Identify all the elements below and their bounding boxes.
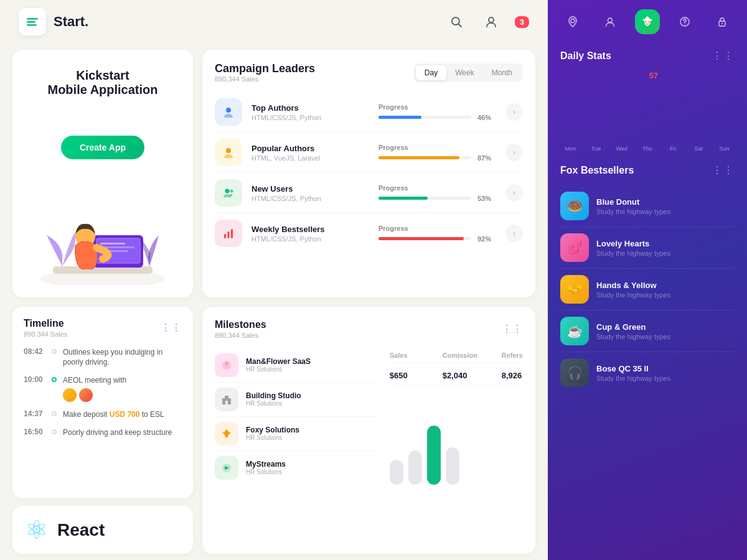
bestseller-item[interactable]: 🤝 Hands & Yellow Study the highway types [560, 269, 735, 310]
bar-item: Mon [560, 142, 581, 152]
timeline-card: Timeline 890,344 Sales ⋮⋮ 08:42 Outlines… [12, 307, 193, 499]
milestones-menu[interactable]: ⋮⋮ [502, 323, 523, 335]
bestseller-item[interactable]: 🎧 Bose QC 35 II Study the highway types [560, 352, 735, 393]
milestone-item: Man&Flower SaaS HR Solutions [215, 348, 377, 383]
header-left: Start. [19, 8, 88, 35]
milestones-subtitle: 890,344 Sales [215, 332, 266, 339]
campaign-row: Top Authors HTML/CSS/JS, Python Progress… [215, 92, 523, 133]
tab-week[interactable]: Week [446, 65, 482, 80]
react-card: ⚛ React [12, 506, 193, 554]
svg-point-18 [230, 190, 233, 193]
top-authors-chevron[interactable]: › [505, 103, 523, 121]
svg-point-32 [684, 24, 685, 25]
svg-point-34 [721, 23, 723, 24]
tab-day[interactable]: Day [416, 65, 446, 80]
campaign-subtitle: 890,344 Sales [215, 75, 315, 83]
sidebar-help-icon[interactable] [672, 9, 697, 34]
campaign-header: Campaign Leaders 890,344 Sales Day Week … [215, 62, 523, 83]
bestsellers-header: Fox Bestsellers ⋮⋮ [560, 164, 735, 176]
react-icon: ⚛ [25, 515, 49, 545]
svg-rect-11 [100, 243, 125, 245]
bestseller-info: Lovely Hearts Study the highway types [596, 239, 735, 257]
bestseller-thumb: 🍩 [560, 192, 589, 220]
chart-peak: 57 [560, 71, 735, 80]
svg-point-5 [489, 17, 494, 22]
bar-chart: 57 Mon Tue Wed [560, 71, 735, 152]
svg-point-29 [645, 21, 647, 23]
bar-item: Sun [714, 142, 735, 152]
tab-month[interactable]: Month [483, 65, 521, 80]
timeline-item: 08:42 Outlines keep you indulging in poo… [24, 347, 182, 368]
stat-refers: 8,926 [502, 371, 522, 380]
milestone-item: Foxy Solutions HR Solutions [215, 417, 377, 451]
chart-bar [427, 426, 441, 485]
bestseller-thumb: ☕ [560, 317, 589, 345]
kickstart-illustration [34, 198, 171, 285]
timeline-subtitle: 890,344 Sales [24, 330, 67, 338]
stat-sales: $650 [390, 371, 427, 380]
bestseller-item[interactable]: ☕ Cup & Green Study the highway types [560, 310, 735, 352]
bestseller-item[interactable]: 💕 Lovely Hearts Study the highway types [560, 227, 735, 269]
profile-icon[interactable] [480, 11, 502, 33]
svg-rect-25 [225, 401, 228, 404]
svg-point-15 [226, 108, 231, 113]
bestsellers-section: Fox Bestsellers ⋮⋮ 🍩 Blue Donut Study th… [560, 164, 735, 393]
new-users-progress: Progress 53% [378, 184, 496, 202]
bestseller-thumb: 🤝 [560, 275, 589, 304]
popular-authors-chevron[interactable]: › [505, 144, 523, 161]
tab-group: Day Week Month [414, 63, 523, 82]
new-users-chevron[interactable]: › [505, 184, 523, 202]
milestone-item: Building Studio HR Solutions [215, 383, 377, 417]
sidebar-lock-icon[interactable] [710, 9, 735, 34]
top-authors-progress: Progress 46% [378, 103, 496, 121]
timeline-item: 16:50 Poorly driving and keep structure [24, 427, 182, 438]
left-bottom-col: Timeline 890,344 Sales ⋮⋮ 08:42 Outlines… [12, 307, 193, 554]
bars-row: Mon Tue Wed Thu [560, 83, 735, 152]
avatar [63, 388, 77, 402]
content-grid: Kickstart Mobile Application Create App [0, 44, 548, 560]
svg-point-28 [608, 18, 613, 22]
svg-rect-24 [225, 396, 228, 398]
bestseller-info: Cup & Green Study the highway types [596, 322, 735, 340]
svg-point-16 [226, 148, 231, 153]
bestseller-info: Bose QC 35 II Study the highway types [596, 364, 735, 382]
svg-line-4 [458, 24, 461, 27]
sidebar-location-icon[interactable] [560, 9, 585, 34]
chart-bar [446, 447, 459, 485]
svg-point-17 [225, 189, 230, 194]
daily-stats-menu[interactable]: ⋮⋮ [712, 50, 735, 62]
right-sidebar: Daily Stats ⋮⋮ 57 Mon Tue Wed [548, 0, 747, 560]
milestones-title: Milestones [215, 319, 266, 330]
new-users-icon [215, 179, 242, 207]
create-app-button[interactable]: Create App [61, 136, 144, 159]
avatar [79, 388, 93, 402]
stat-commission: $2,040 [443, 371, 486, 380]
bestseller-item[interactable]: 🍩 Blue Donut Study the highway types [560, 185, 735, 227]
search-icon[interactable] [445, 11, 467, 33]
bar-item: Sat [688, 142, 709, 152]
top-authors-info: Top Authors HTML/CSS/JS, Python [251, 103, 369, 121]
svg-rect-0 [27, 18, 38, 20]
weekly-bestsellers-chevron[interactable]: › [505, 225, 523, 242]
milestones-header: Milestones 890,344 Sales ⋮⋮ [215, 319, 523, 339]
logo-icon [19, 8, 46, 35]
daily-stats-title: Daily Stats [560, 50, 611, 62]
sidebar-fox-icon[interactable] [635, 9, 660, 34]
top-authors-icon [215, 98, 242, 126]
chart-bar [408, 450, 422, 485]
sidebar-user-icon[interactable] [598, 9, 622, 34]
svg-rect-21 [231, 229, 233, 238]
campaign-row: New Users HTML/CSS/JS, Python Progress 5… [215, 173, 523, 213]
svg-rect-19 [224, 234, 226, 238]
react-label: React [57, 520, 105, 540]
kickstart-title: Kickstart Mobile Application [47, 68, 157, 97]
timeline-item: 14:37 Make deposit USD 700 to ESL [24, 409, 182, 420]
bar-item: Fri [663, 142, 684, 152]
timeline-menu[interactable]: ⋮⋮ [161, 322, 182, 334]
popular-authors-icon [215, 139, 242, 166]
chart-bar [390, 460, 403, 485]
notification-badge[interactable]: 3 [515, 16, 529, 28]
bestseller-thumb: 💕 [560, 233, 589, 262]
bestsellers-menu[interactable]: ⋮⋮ [712, 164, 735, 176]
campaign-card: Campaign Leaders 890,344 Sales Day Week … [202, 50, 535, 297]
